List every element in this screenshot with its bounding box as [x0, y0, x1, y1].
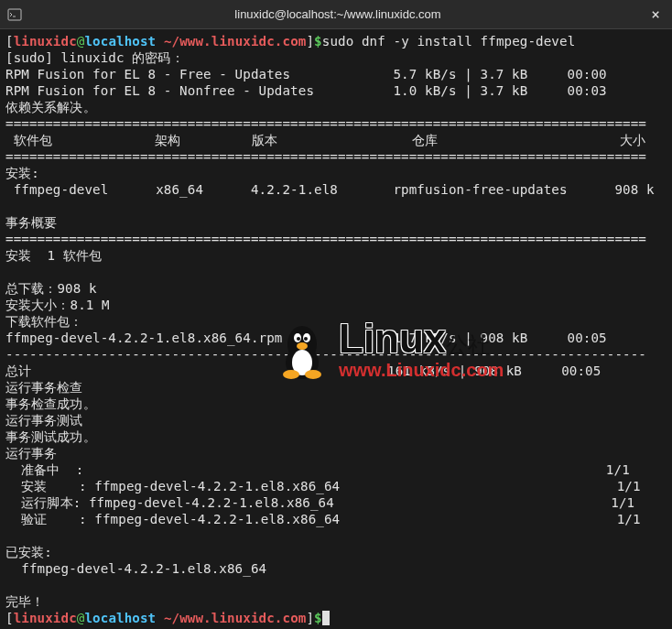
output-line: ffmpeg-devel-4.2.2-1.el8.x86_64.rpm 177 …	[5, 331, 607, 345]
output-line: 下载软件包：	[5, 314, 83, 329]
close-button[interactable]: ×	[646, 5, 665, 24]
output-line: RPM Fusion for EL 8 - Nonfree - Updates …	[5, 83, 607, 98]
output-line: 运行脚本: ffmpeg-devel-4.2.2-1.el8.x86_64 1/…	[5, 495, 634, 510]
titlebar: linuxidc@localhost:~/www.linuxidc.com ×	[0, 0, 672, 29]
output-line: [sudo] linuxidc 的密码：	[5, 50, 184, 65]
output-line: 运行事务	[5, 446, 57, 461]
output-line: 准备中 : 1/1	[5, 462, 630, 477]
output-line: 依赖关系解决。	[5, 100, 96, 114]
prompt-line-2: [linuxidc@localhost ~/www.linuxidc.com]$	[5, 611, 322, 625]
output-line: RPM Fusion for EL 8 - Free - Updates 5.7…	[5, 67, 607, 81]
output-line: 安装 1 软件包	[5, 248, 102, 263]
output-line: 事务检查成功。	[5, 396, 96, 411]
output-line: 完毕！	[5, 594, 44, 609]
output-line: 总下载：908 k	[5, 281, 97, 296]
cursor	[322, 611, 330, 625]
terminal-icon	[7, 7, 22, 22]
output-line: 运行事务检查	[5, 380, 83, 395]
output-line: 安装大小：8.1 M	[5, 298, 110, 312]
window-title: linuxidc@localhost:~/www.linuxidc.com	[29, 7, 646, 21]
table-header: 软件包 架构 版本 仓库 大小	[5, 133, 646, 147]
section-header: 事务概要	[5, 215, 57, 230]
output-line: 总计 161 kB/s | 908 kB 00:05	[5, 363, 601, 378]
output-line: 运行事务测试	[5, 413, 83, 428]
output-line: ffmpeg-devel-4.2.2-1.el8.x86_64	[5, 561, 266, 576]
divider-line: ========================================…	[5, 232, 646, 246]
terminal-output[interactable]: [linuxidc@localhost ~/www.linuxidc.com]$…	[0, 29, 672, 629]
output-line: 安装 : ffmpeg-devel-4.2.2-1.el8.x86_64 1/1	[5, 479, 641, 493]
divider-line: ----------------------------------------…	[5, 347, 646, 362]
package-row: ffmpeg-devel x86_64 4.2.2-1.el8 rpmfusio…	[5, 182, 655, 197]
output-line: 事务测试成功。	[5, 429, 96, 444]
command-text: sudo dnf -y install ffmpeg-devel	[322, 34, 576, 49]
divider-line: ========================================…	[5, 149, 646, 164]
output-line: 验证 : ffmpeg-devel-4.2.2-1.el8.x86_64 1/1	[5, 512, 641, 526]
svg-rect-0	[8, 9, 21, 20]
divider-line: ========================================…	[5, 116, 646, 131]
prompt-line-1: [linuxidc@localhost ~/www.linuxidc.com]$	[5, 34, 322, 49]
section-header: 安装:	[5, 166, 39, 180]
section-header: 已安装:	[5, 545, 52, 559]
